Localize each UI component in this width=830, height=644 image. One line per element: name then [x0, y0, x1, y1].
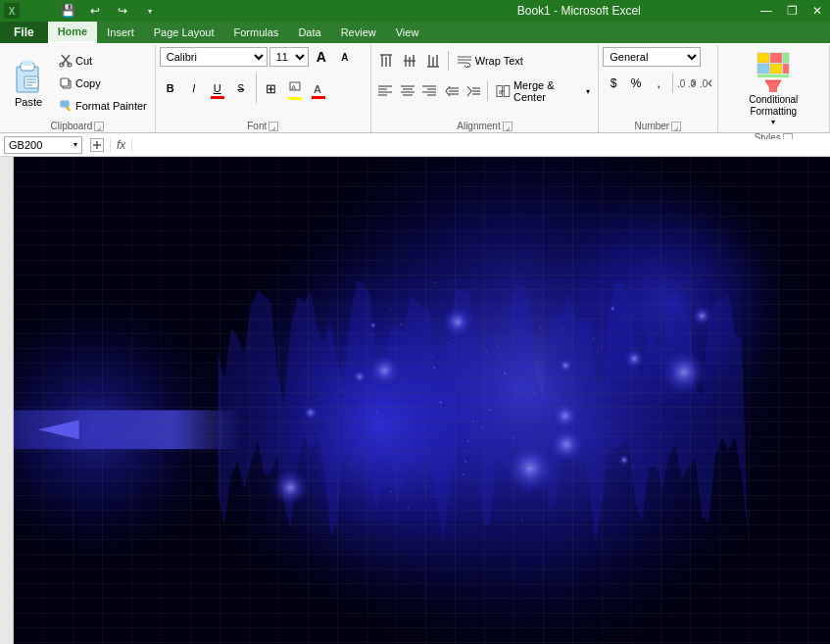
bold-button[interactable]: B: [160, 78, 181, 98]
cell-ref-value: GB200: [9, 139, 42, 151]
copy-button[interactable]: Copy: [55, 73, 151, 94]
cell-reference-box[interactable]: GB200 ▾: [4, 136, 82, 154]
font-grow-button[interactable]: A: [311, 47, 332, 67]
svg-text:.0: .0: [677, 78, 686, 89]
close-button[interactable]: ✕: [805, 0, 830, 22]
qa-redo[interactable]: ↪: [110, 0, 135, 22]
align-row-2: a Merge & Center ▾: [375, 77, 594, 105]
italic-button[interactable]: I: [183, 78, 205, 98]
increase-indent-button[interactable]: [464, 81, 484, 101]
merge-dropdown-icon[interactable]: ▾: [586, 87, 590, 96]
format-painter-button[interactable]: Format Painter: [55, 95, 151, 117]
font-row-1: Calibri 11 A A: [160, 47, 356, 67]
menu-data[interactable]: Data: [288, 22, 330, 43]
svg-rect-58: [757, 53, 769, 63]
menu-review[interactable]: Review: [331, 22, 386, 43]
svg-rect-64: [757, 74, 789, 77]
currency-button[interactable]: $: [603, 74, 624, 93]
menu-view[interactable]: View: [386, 22, 429, 43]
window-controls: — ❐ ✕: [754, 0, 830, 22]
merge-center-label: Merge & Center: [513, 79, 583, 103]
menu-bar: File Home Insert Page Layout Formulas Da…: [0, 22, 830, 43]
font-color-button[interactable]: A: [308, 78, 329, 98]
menu-formulas[interactable]: Formulas: [224, 22, 289, 43]
menu-home[interactable]: Home: [48, 22, 98, 43]
cell-ref-dropdown[interactable]: ▾: [73, 140, 77, 149]
formula-bar: GB200 ▾ fx: [0, 133, 830, 157]
qa-dropdown[interactable]: ▾: [137, 0, 163, 22]
underline-button[interactable]: U: [207, 78, 228, 98]
clipboard-content: Paste Cut: [4, 47, 151, 119]
svg-rect-61: [757, 64, 769, 74]
formula-input[interactable]: [138, 139, 826, 151]
quick-access-toolbar: 💾 ↩ ↪ ▾: [20, 0, 405, 22]
styles-group: Conditional Formatting ▾ Styles ⌟: [718, 45, 830, 132]
fill-color-btn-group: A: [284, 77, 306, 100]
number-label: Number ⌟: [603, 119, 712, 132]
decimal-increase-button[interactable]: .0 .0: [676, 74, 698, 93]
percent-button[interactable]: %: [625, 74, 647, 93]
svg-rect-59: [770, 53, 782, 63]
merge-center-button[interactable]: a Merge & Center ▾: [492, 81, 594, 101]
styles-content: Conditional Formatting ▾: [722, 47, 825, 130]
wrap-text-label: Wrap Text: [475, 55, 523, 67]
menu-file[interactable]: File: [0, 22, 48, 43]
top-align-button[interactable]: [375, 51, 397, 71]
number-buttons-row: $ % , .0 .0 .0: [603, 70, 720, 97]
spreadsheet-container: [0, 157, 830, 644]
middle-align-button[interactable]: [399, 51, 420, 71]
cell-area[interactable]: [14, 157, 830, 644]
cut-button[interactable]: Cut: [55, 50, 151, 72]
menu-insert[interactable]: Insert: [97, 22, 144, 43]
font-size-select[interactable]: 11: [269, 47, 309, 67]
conditional-formatting-label: Conditional Formatting: [728, 94, 819, 118]
cut-label: Cut: [75, 55, 92, 67]
svg-rect-52: [505, 85, 511, 96]
clipboard-small-buttons: Cut Copy Format Painter: [55, 50, 151, 117]
svg-text:A: A: [314, 83, 321, 95]
alignment-expand[interactable]: ⌟: [503, 122, 513, 131]
svg-rect-2: [23, 61, 32, 66]
left-align-button[interactable]: [375, 81, 396, 101]
number-expand[interactable]: ⌟: [671, 122, 681, 131]
number-group: General $ % , .0 .0 .0: [599, 45, 717, 132]
font-shrink-button[interactable]: A: [334, 47, 356, 67]
alignment-label: Alignment ⌟: [375, 119, 594, 132]
window-title: Book1 - Microsoft Excel: [405, 4, 755, 18]
wrap-text-button[interactable]: Wrap Text: [453, 51, 527, 71]
svg-text:a: a: [499, 88, 503, 95]
qa-undo[interactable]: ↩: [82, 0, 108, 22]
clipboard-expand[interactable]: ⌟: [94, 122, 104, 131]
bottom-align-button[interactable]: [422, 51, 444, 71]
format-painter-label: Format Painter: [75, 100, 147, 112]
minimize-button[interactable]: —: [754, 0, 779, 22]
cond-format-dropdown[interactable]: ▾: [771, 118, 775, 126]
decrease-indent-button[interactable]: [441, 81, 462, 101]
borders-button[interactable]: ⊞: [261, 78, 282, 98]
number-content: General $ % , .0 .0 .0: [603, 47, 712, 119]
paste-button[interactable]: Paste: [4, 55, 53, 112]
number-format-select[interactable]: General: [603, 47, 701, 67]
comma-button[interactable]: ,: [648, 74, 669, 93]
formula-expand-button[interactable]: [90, 138, 104, 152]
menu-page-layout[interactable]: Page Layout: [144, 22, 224, 43]
svg-rect-66: [769, 88, 777, 92]
fill-color-button[interactable]: A: [284, 77, 306, 97]
strikethrough-button[interactable]: S: [230, 78, 252, 98]
title-bar: X 💾 ↩ ↪ ▾ Book1 - Microsoft Excel — ❐ ✕: [0, 0, 830, 22]
qa-save[interactable]: 💾: [55, 0, 80, 22]
svg-rect-63: [783, 64, 789, 74]
font-label: Font ⌟: [160, 119, 366, 132]
row-headers: [0, 157, 14, 644]
center-align-button[interactable]: [397, 81, 417, 101]
font-expand[interactable]: ⌟: [269, 122, 278, 131]
fractal-canvas: [14, 157, 830, 644]
clipboard-label: Clipboard ⌟: [4, 119, 151, 132]
right-align-button[interactable]: [419, 81, 440, 101]
underline-color-indicator: [211, 96, 224, 99]
conditional-formatting-button[interactable]: Conditional Formatting ▾: [722, 47, 825, 130]
font-color-indicator: [312, 96, 325, 99]
app-icon: X: [4, 3, 20, 19]
font-name-select[interactable]: Calibri: [160, 47, 268, 67]
restore-button[interactable]: ❐: [779, 0, 805, 22]
